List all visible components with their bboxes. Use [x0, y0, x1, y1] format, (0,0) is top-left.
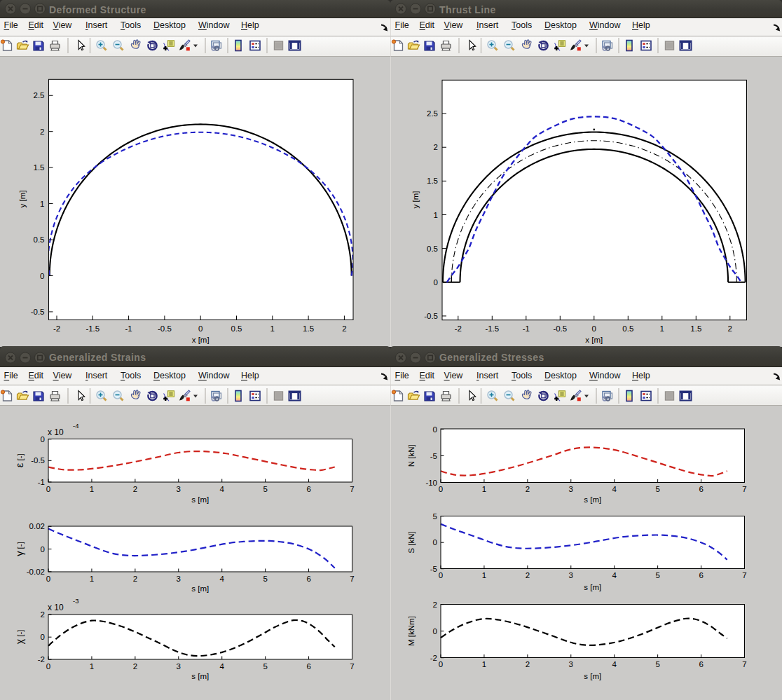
svg-text:0: 0 [433, 627, 437, 636]
svg-text:1: 1 [660, 324, 664, 333]
svg-text:1: 1 [40, 200, 44, 208]
svg-text:3: 3 [177, 575, 181, 583]
svg-text:M [kNm]: M [kNm] [407, 616, 416, 646]
svg-text:6: 6 [699, 571, 703, 579]
svg-text:4: 4 [220, 575, 225, 583]
svg-text:4: 4 [612, 571, 617, 579]
svg-text:-3: -3 [73, 597, 78, 605]
svg-text:y [m]: y [m] [411, 191, 420, 209]
svg-text:-2: -2 [38, 655, 45, 664]
svg-text:3: 3 [569, 485, 573, 493]
svg-text:0: 0 [433, 425, 437, 434]
svg-text:7: 7 [742, 485, 746, 493]
svg-text:-5: -5 [430, 565, 437, 573]
svg-text:0.5: 0.5 [427, 245, 438, 253]
svg-text:1: 1 [90, 662, 94, 671]
svg-text:2.5: 2.5 [427, 109, 438, 118]
svg-text:-0.5: -0.5 [31, 456, 45, 465]
svg-text:-1: -1 [38, 478, 45, 486]
svg-text:0: 0 [439, 660, 443, 668]
svg-text:-0.5: -0.5 [424, 312, 438, 320]
svg-text:0: 0 [46, 662, 50, 671]
svg-text:5: 5 [263, 575, 267, 583]
svg-text:0: 0 [439, 571, 443, 579]
svg-text:-2: -2 [53, 324, 60, 333]
svg-text:0: 0 [434, 278, 438, 287]
svg-text:χ [-]: χ [-] [14, 629, 25, 644]
svg-text:1: 1 [90, 575, 94, 583]
svg-text:7: 7 [742, 571, 746, 579]
svg-text:γ [-]: γ [-] [14, 542, 25, 556]
svg-text:s [m]: s [m] [191, 672, 209, 680]
svg-text:0: 0 [46, 485, 50, 493]
svg-text:-2: -2 [455, 324, 462, 333]
svg-text:0.5: 0.5 [231, 324, 242, 333]
svg-text:5: 5 [263, 662, 267, 671]
svg-text:s [m]: s [m] [584, 583, 601, 591]
svg-text:2: 2 [728, 324, 732, 333]
svg-text:0: 0 [41, 633, 45, 641]
svg-text:2: 2 [526, 571, 530, 579]
svg-text:7: 7 [742, 660, 746, 668]
svg-text:-5: -5 [430, 452, 437, 460]
svg-text:-0.5: -0.5 [31, 308, 45, 316]
svg-text:1: 1 [270, 324, 275, 333]
svg-text:3: 3 [569, 660, 573, 668]
svg-text:3: 3 [177, 485, 181, 493]
svg-text:2: 2 [434, 143, 438, 151]
svg-text:S [kN]: S [kN] [407, 531, 416, 553]
svg-text:1: 1 [90, 485, 94, 493]
svg-text:6: 6 [306, 575, 310, 583]
svg-text:1: 1 [434, 211, 438, 219]
svg-text:0: 0 [41, 435, 45, 444]
svg-text:2: 2 [433, 601, 437, 609]
svg-text:0.02: 0.02 [29, 522, 45, 530]
svg-text:0.5: 0.5 [622, 324, 633, 333]
svg-text:s [m]: s [m] [584, 495, 601, 504]
svg-text:5: 5 [433, 512, 437, 521]
svg-text:2: 2 [526, 485, 530, 493]
svg-text:5: 5 [655, 485, 659, 493]
svg-text:5: 5 [655, 571, 659, 579]
svg-text:1.5: 1.5 [690, 324, 701, 333]
svg-text:0: 0 [40, 272, 44, 280]
svg-text:2: 2 [133, 485, 137, 493]
svg-text:2: 2 [133, 575, 137, 583]
svg-text:0: 0 [439, 485, 443, 493]
svg-text:x 10: x 10 [48, 427, 64, 437]
svg-text:-1.5: -1.5 [485, 324, 499, 333]
svg-text:x [m]: x [m] [192, 336, 210, 344]
svg-text:2.5: 2.5 [34, 91, 45, 99]
svg-text:-1.5: -1.5 [85, 324, 100, 333]
svg-text:s [m]: s [m] [584, 672, 601, 680]
svg-text:2: 2 [41, 610, 45, 619]
svg-text:-0.02: -0.02 [27, 568, 45, 576]
svg-text:-0.5: -0.5 [553, 324, 567, 333]
svg-text:2: 2 [40, 128, 44, 136]
svg-text:4: 4 [612, 660, 617, 668]
svg-text:2: 2 [342, 324, 346, 333]
svg-text:1.5: 1.5 [34, 163, 45, 172]
svg-text:x 10: x 10 [48, 603, 64, 612]
svg-text:0: 0 [433, 538, 437, 547]
svg-text:y [m]: y [m] [18, 191, 27, 208]
svg-text:0: 0 [592, 324, 596, 333]
svg-text:0: 0 [46, 575, 50, 583]
svg-text:-1: -1 [125, 324, 132, 333]
svg-text:ε [-]: ε [-] [14, 453, 25, 467]
svg-text:6: 6 [699, 660, 703, 668]
svg-text:0: 0 [41, 545, 45, 554]
svg-text:4: 4 [220, 485, 225, 493]
svg-text:-1: -1 [523, 324, 530, 333]
svg-text:4: 4 [220, 662, 225, 671]
svg-text:0: 0 [198, 324, 203, 333]
svg-text:6: 6 [306, 485, 310, 493]
svg-text:-0.5: -0.5 [158, 324, 172, 333]
svg-text:4: 4 [612, 485, 617, 493]
svg-text:0.5: 0.5 [34, 235, 45, 244]
svg-text:5: 5 [263, 485, 267, 493]
svg-text:s [m]: s [m] [191, 495, 209, 504]
svg-text:3: 3 [177, 662, 181, 671]
svg-text:1.5: 1.5 [427, 177, 438, 185]
svg-text:6: 6 [699, 485, 703, 493]
